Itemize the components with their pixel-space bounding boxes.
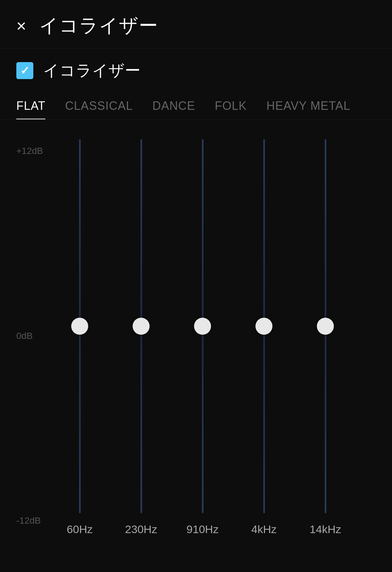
db-label-top: +12dB	[16, 146, 43, 156]
slider-230hz: 230Hz	[110, 139, 172, 536]
slider-thumb-230hz[interactable]	[133, 318, 150, 335]
tab-classical[interactable]: CLASSICAL	[65, 93, 133, 119]
close-button[interactable]: ×	[16, 17, 26, 34]
slider-track-container-60hz[interactable]	[49, 139, 110, 513]
slider-track-container-4khz[interactable]	[233, 139, 295, 513]
slider-track-60hz[interactable]	[79, 139, 81, 513]
tab-folk[interactable]: FOLK	[215, 93, 247, 119]
db-labels: +12dB 0dB -12dB	[16, 120, 43, 568]
slider-60hz: 60Hz	[49, 139, 110, 536]
equalizer-toggle[interactable]: ✓ イコライザー	[16, 60, 141, 81]
freq-label-14khz: 14kHz	[310, 523, 341, 536]
slider-910hz: 910Hz	[172, 139, 233, 536]
tab-dance[interactable]: DANCE	[152, 93, 195, 119]
sliders-container: 60Hz 230Hz 910Hz	[16, 120, 376, 568]
slider-track-container-910hz[interactable]	[172, 139, 233, 513]
equalizer-toggle-label: イコライザー	[43, 60, 141, 81]
equalizer-toggle-row: ✓ イコライザー	[0, 49, 392, 93]
freq-label-4khz: 4kHz	[251, 523, 276, 536]
tabs-container: FLAT CLASSICAL DANCE FOLK HEAVY METAL	[0, 93, 392, 120]
checkmark-icon: ✓	[20, 64, 29, 77]
checkbox[interactable]: ✓	[16, 62, 33, 79]
slider-thumb-60hz[interactable]	[71, 318, 88, 335]
slider-thumb-910hz[interactable]	[194, 318, 211, 335]
db-label-middle: 0dB	[16, 331, 43, 341]
slider-4khz: 4kHz	[233, 139, 295, 536]
tab-heavy-metal[interactable]: HEAVY METAL	[267, 93, 351, 119]
slider-track-container-14khz[interactable]	[295, 139, 356, 513]
main-content: ✓ イコライザー FLAT CLASSICAL DANCE FOLK HEAVY…	[0, 49, 392, 568]
freq-label-910hz: 910Hz	[187, 523, 219, 536]
header: × イコライザー	[0, 0, 392, 49]
slider-thumb-14khz[interactable]	[317, 318, 334, 335]
slider-track-14khz[interactable]	[325, 139, 326, 513]
slider-track-container-230hz[interactable]	[110, 139, 172, 513]
freq-label-230hz: 230Hz	[125, 523, 157, 536]
db-label-bottom: -12dB	[16, 515, 43, 526]
slider-track-230hz[interactable]	[140, 139, 142, 513]
equalizer-area: +12dB 0dB -12dB 60Hz	[0, 120, 392, 568]
slider-track-4khz[interactable]	[263, 139, 265, 513]
slider-thumb-4khz[interactable]	[255, 318, 272, 335]
page-title: イコライザー	[39, 13, 158, 39]
slider-track-910hz[interactable]	[202, 139, 204, 513]
slider-14khz: 14kHz	[295, 139, 356, 536]
tab-flat[interactable]: FLAT	[16, 93, 45, 119]
freq-label-60hz: 60Hz	[67, 523, 92, 536]
